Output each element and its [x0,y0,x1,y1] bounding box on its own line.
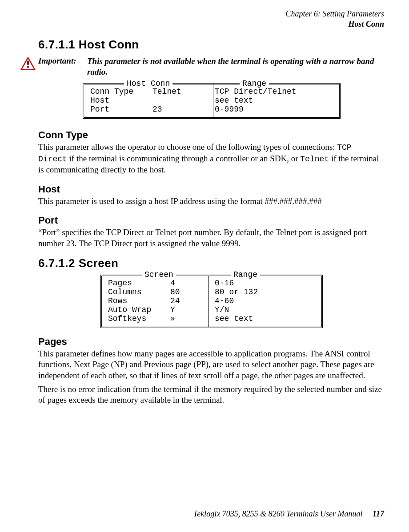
param-name: Columns [108,288,170,296]
diagram-row: Pages 4 0-16 [108,279,315,288]
important-label: Important: [38,56,87,66]
param-name: Softkeys [108,314,170,323]
param-value: Telnet [152,87,197,96]
svg-point-2 [27,66,29,68]
important-note: Important: This parameter is not availab… [20,56,384,78]
diagram-legend-right: Range [240,79,269,88]
chapter-label: Chapter 6: Setting Parameters [38,9,384,19]
param-range: see text [215,314,315,323]
page-footer: Teklogix 7035, 8255 & 8260 Terminals Use… [38,509,384,519]
param-value: 80 [170,288,197,296]
warning-icon [20,57,36,72]
param-name: Auto Wrap [108,305,170,314]
param-range: 80 or 132 [215,288,315,296]
param-value: » [170,314,197,323]
diagram-legend-left: Host Conn [124,79,172,88]
diagram-row: Columns 80 80 or 132 [108,288,315,296]
running-header: Chapter 6: Setting Parameters Host Conn [38,9,384,30]
diagram-row: Rows 24 4-60 [108,296,315,305]
port-paragraph: “Port” specifies the TCP Direct or Telne… [38,227,384,249]
param-name: Host [90,96,152,105]
heading-pages: Pages [38,336,384,348]
screen-diagram: Screen Range Pages 4 0-16 Columns 80 80 … [100,275,323,328]
param-range: see text [215,96,333,105]
heading-conn-type: Conn Type [38,129,384,141]
heading-host-conn: 6.7.1.1 Host Conn [38,38,384,52]
code-telnet: Telnet [300,155,329,164]
diagram-row: Softkeys » see text [108,314,315,323]
conn-type-paragraph: This parameter allows the operator to ch… [38,142,384,175]
diagram-row: Conn Type Telnet TCP Direct/Telnet [90,87,333,96]
param-value: 4 [170,279,197,288]
param-value: Y [170,305,197,314]
heading-screen: 6.7.1.2 Screen [38,256,384,270]
param-range: 4-60 [215,296,315,305]
section-label: Host Conn [38,19,384,29]
heading-port: Port [38,215,384,226]
pages-paragraph-2: There is no error indication from the te… [38,384,384,406]
page-number: 117 [373,509,384,518]
heading-host: Host [38,184,384,195]
diagram-row: Auto Wrap Y Y/N [108,305,315,314]
param-name: Rows [108,296,170,305]
param-range: 0-9999 [215,105,333,114]
text: if the terminal is communicating through… [67,154,301,163]
host-conn-diagram: Host Conn Range Conn Type Telnet TCP Dir… [83,83,341,119]
pages-paragraph-1: This parameter defines how many pages ar… [38,348,384,381]
diagram-legend-left: Screen [142,270,176,279]
param-name: Pages [108,279,170,288]
host-paragraph: This parameter is used to assign a host … [38,196,384,207]
book-title: Teklogix 7035, 8255 & 8260 Terminals Use… [193,509,363,518]
diagram-legend-right: Range [231,270,260,279]
param-value: 24 [170,296,197,305]
param-range: TCP Direct/Telnet [215,87,333,96]
important-text: This parameter is not available when the… [87,56,384,78]
param-value: 23 [152,105,197,114]
param-value [152,96,197,105]
text: This parameter allows the operator to ch… [38,142,337,152]
param-range: 0-16 [215,279,315,288]
diagram-row: Host see text [90,96,333,105]
param-name: Conn Type [90,87,152,96]
param-range: Y/N [215,305,315,314]
param-name: Port [90,105,152,114]
svg-rect-1 [27,60,28,65]
diagram-row: Port 23 0-9999 [90,105,333,114]
